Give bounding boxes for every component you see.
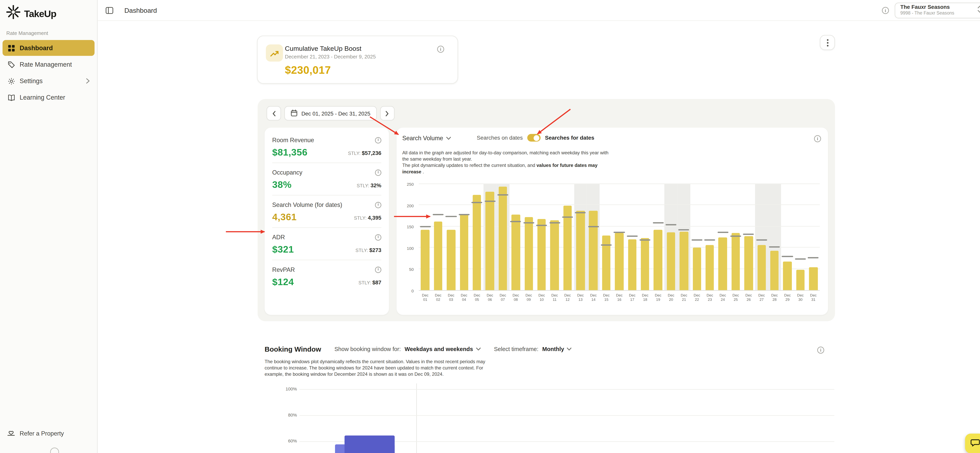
timeframe-label: Select timeframe:: [494, 346, 538, 352]
sidebar-nav: DashboardRate ManagementSettingsLearning…: [0, 40, 97, 105]
stly-marker-Dec-09: [523, 223, 534, 224]
header-info-icon[interactable]: i: [882, 7, 889, 14]
timeframe-dropdown[interactable]: Monthly: [542, 346, 572, 352]
bar-Dec-24[interactable]: [719, 238, 727, 290]
metric-info-icon[interactable]: i: [375, 266, 381, 273]
bar-Dec-31[interactable]: [809, 267, 818, 290]
y-tick-label: 200: [407, 203, 414, 208]
sidebar-item-settings[interactable]: Settings: [3, 73, 94, 89]
x-tick-label: Dec27: [755, 293, 768, 302]
x-tick-label: Dec17: [626, 293, 639, 302]
bar-Dec-28[interactable]: [770, 250, 779, 290]
main-content: Dashboard i The Fauxr Seasons 9998 - The…: [98, 0, 980, 453]
bw-y-tick-label: 60%: [274, 439, 297, 443]
bar-Dec-21[interactable]: [680, 231, 688, 290]
sidebar-item-rate-management[interactable]: Rate Management: [3, 56, 94, 72]
metric-info-icon[interactable]: i: [375, 169, 381, 175]
bar-Dec-07[interactable]: [499, 187, 507, 290]
bar-Dec-10[interactable]: [538, 219, 546, 290]
stly-marker-Dec-15: [601, 244, 612, 246]
bar-Dec-22[interactable]: [693, 248, 701, 290]
boost-info-icon[interactable]: i: [437, 46, 444, 53]
bar-Dec-19[interactable]: [654, 230, 662, 290]
metric-info-icon[interactable]: i: [375, 202, 381, 208]
sidebar-item-label: Settings: [20, 77, 43, 85]
stly-marker-Dec-26: [743, 234, 754, 235]
refer-a-property-button[interactable]: Refer a Property: [0, 429, 71, 438]
metric-value: $124: [272, 276, 294, 287]
sidebar-item-label: Dashboard: [20, 45, 53, 51]
bar-Dec-13[interactable]: [576, 211, 585, 290]
x-tick-label: Dec07: [496, 293, 509, 302]
metric-search-volume-for-dates-: Search Volume (for dates)i4,361STLY:4,39…: [272, 195, 382, 227]
overflow-menu-button[interactable]: [820, 35, 835, 50]
stly-marker-Dec-04: [459, 214, 469, 215]
stly-marker-Dec-14: [588, 226, 599, 227]
metric-info-icon[interactable]: i: [375, 137, 381, 143]
trend-up-icon: [266, 45, 283, 62]
booking-window-info-icon[interactable]: i: [817, 347, 824, 354]
bar-Dec-04[interactable]: [460, 215, 468, 290]
stly-marker-Dec-06: [485, 200, 495, 202]
date-range-button[interactable]: Dec 01, 2025 - Dec 31, 2025: [284, 106, 377, 121]
y-tick-label: 50: [409, 267, 414, 272]
bar-Dec-27[interactable]: [757, 245, 766, 290]
next-period-button[interactable]: [380, 106, 395, 121]
stly-marker-Dec-22: [692, 239, 702, 241]
bar-Dec-29[interactable]: [783, 262, 792, 290]
bar-Dec-03[interactable]: [447, 230, 455, 290]
bar-Dec-09[interactable]: [525, 217, 533, 290]
bar-Dec-08[interactable]: [512, 215, 520, 290]
bar-Dec-26[interactable]: [745, 236, 753, 290]
pricing-tag-icon: [7, 61, 15, 69]
searches-toggle[interactable]: [527, 134, 541, 142]
bar-Dec-15[interactable]: [602, 235, 611, 290]
booking-window-divider: [416, 383, 417, 453]
bar-Dec-23[interactable]: [706, 245, 714, 290]
bar-Dec-25[interactable]: [732, 233, 740, 290]
metric-label: Room Revenue: [272, 137, 314, 144]
show-for-dropdown[interactable]: Weekdays and weekends: [404, 346, 480, 352]
previous-period-button[interactable]: [267, 106, 281, 121]
stly-marker-Dec-25: [730, 235, 741, 236]
bar-Dec-05[interactable]: [473, 195, 481, 290]
x-tick-label: Dec26: [742, 293, 755, 302]
app: TakeUp Rate Management DashboardRate Man…: [0, 0, 980, 453]
bar-Dec-16[interactable]: [615, 233, 624, 290]
bar-Dec-17[interactable]: [628, 239, 636, 290]
sidebar-item-label: Learning Center: [20, 94, 65, 101]
metric-stly: STLY:4,395: [354, 215, 382, 222]
booking-window-bar[interactable]: [345, 435, 395, 453]
bw-gridline: [299, 415, 834, 416]
bar-Dec-11[interactable]: [550, 220, 559, 290]
x-tick-label: Dec11: [548, 293, 561, 302]
metric-info-icon[interactable]: i: [375, 234, 381, 240]
dashboard-panel: Dec 01, 2025 - Dec 31, 2025 Room Revenue…: [258, 99, 835, 321]
bar-Dec-20[interactable]: [667, 232, 675, 290]
bar-Dec-01[interactable]: [421, 230, 430, 290]
brand-logo[interactable]: TakeUp: [0, 0, 97, 29]
property-selector[interactable]: The Fauxr Seasons 9998 - The Fauxr Seaso…: [894, 2, 980, 18]
chat-widget-button[interactable]: [965, 434, 980, 453]
help-badge[interactable]: [50, 448, 59, 453]
metric-dropdown-label: Search Volume: [402, 134, 443, 141]
bw-y-tick-label: 80%: [274, 413, 297, 417]
metric-dropdown[interactable]: Search Volume: [402, 134, 452, 141]
bar-Dec-14[interactable]: [589, 211, 598, 290]
metrics-card: Room Revenuei$81,356STLY:$57,236Occupanc…: [265, 128, 389, 315]
sidebar-collapse-icon[interactable]: [105, 6, 113, 14]
bar-Dec-18[interactable]: [641, 238, 649, 290]
chart-info-icon[interactable]: i: [814, 135, 821, 142]
sidebar-item-dashboard[interactable]: Dashboard: [3, 40, 94, 56]
bar-Dec-02[interactable]: [434, 222, 442, 290]
stly-marker-Dec-05: [472, 202, 482, 203]
metric-value: $81,356: [272, 147, 307, 158]
metric-revpar: RevPARi$124STLY:$87: [272, 260, 382, 292]
x-tick-label: Dec25: [729, 293, 742, 302]
bar-Dec-30[interactable]: [796, 270, 805, 290]
stly-marker-Dec-21: [679, 229, 689, 230]
bar-Dec-12[interactable]: [563, 206, 572, 290]
stly-marker-Dec-18: [640, 239, 651, 241]
bar-Dec-06[interactable]: [486, 192, 494, 290]
sidebar-item-learning-center[interactable]: Learning Center: [3, 89, 94, 105]
